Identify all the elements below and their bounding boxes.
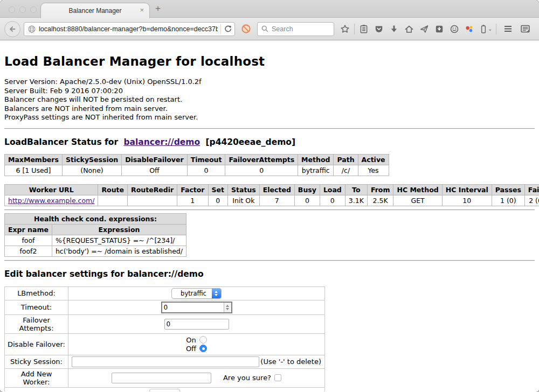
cell-route [98, 195, 128, 206]
failover-off-option[interactable]: Off [186, 345, 207, 353]
are-you-sure-label: Are you sure? [223, 374, 271, 382]
lbmethod-select[interactable]: bytraffic [171, 288, 222, 299]
sticky-session-input[interactable] [72, 356, 259, 367]
extension-button[interactable] [462, 22, 477, 37]
column-header: To [345, 184, 367, 195]
timeout-input[interactable] [162, 303, 224, 312]
table-caption-row: Health check cond. expressions: [5, 213, 186, 224]
disable-failover-row: Disable Failover: On Off [5, 333, 325, 355]
balancer-link[interactable]: balancer://demo [123, 137, 200, 147]
failover-on-radio[interactable] [199, 336, 207, 344]
bookmarks-grid-button[interactable] [517, 22, 533, 37]
cell-expr-name: foof2 [5, 246, 52, 256]
tab-bar: Balancer Manager × + [0, 0, 539, 18]
window-controls[interactable] [9, 6, 37, 13]
cell-active: Yes [358, 165, 389, 176]
back-button[interactable] [4, 21, 20, 37]
color-dots-icon [465, 24, 474, 34]
column-header: From [367, 184, 393, 195]
zoom-window-icon[interactable] [30, 6, 37, 13]
search-bar[interactable] [257, 22, 334, 36]
sticky-session-row: Sticky Session: (Use '-' to delete) [5, 355, 325, 368]
are-you-sure-checkbox[interactable] [274, 374, 281, 381]
inherit-note-line: Balancers are NOT inherited from main se… [4, 104, 535, 114]
column-header: Path [334, 154, 358, 165]
pocket-button[interactable] [371, 22, 386, 37]
save-panel-button[interactable] [432, 22, 447, 37]
down-arrow-icon [389, 24, 399, 34]
cell-stickysession: (None) [62, 165, 121, 176]
worker-table: Worker URL Route RouteRedir Factor Set S… [4, 184, 539, 206]
navigation-toolbar: ⌄ [0, 18, 539, 40]
status-heading-prefix: LoadBalancer Status for [4, 137, 118, 147]
search-input[interactable] [272, 25, 330, 33]
column-header: Elected [259, 184, 294, 195]
downloads-button[interactable] [386, 22, 402, 37]
close-window-icon[interactable] [9, 6, 15, 13]
cell-to: 3.1K [345, 195, 367, 206]
close-tab-icon[interactable]: × [140, 6, 144, 14]
minimize-window-icon[interactable] [19, 6, 26, 13]
column-header: RouteRedir [128, 184, 177, 195]
urlbar-divider [220, 24, 221, 34]
tab-title: Balancer Manager [68, 7, 121, 15]
radio-off-label: Off [186, 345, 196, 353]
failover-on-option[interactable]: On [186, 336, 206, 344]
number-stepper-icon[interactable] [224, 303, 231, 312]
column-header: Busy [294, 184, 320, 195]
add-worker-label: Add New Worker: [5, 368, 68, 387]
hamburger-icon [503, 24, 513, 34]
url-bar[interactable] [24, 22, 235, 36]
menu-button[interactable] [500, 22, 515, 37]
status-heading-suffix: [p4420eeae_demo] [206, 137, 296, 147]
cell-busy: 0 [294, 195, 320, 206]
column-header: Active [358, 154, 389, 165]
cell-set: 0 [208, 195, 227, 206]
server-built-line: Server Built: Feb 9 2016 07:00:20 [4, 87, 535, 96]
are-you-sure-option[interactable]: Are you sure? [223, 374, 281, 382]
sticky-session-label: Sticky Session: [5, 355, 68, 368]
add-worker-input[interactable] [112, 373, 211, 383]
column-header: MaxMembers [5, 154, 63, 165]
browser-tab[interactable]: Balancer Manager × [40, 3, 150, 18]
cell-from: 2.5K [367, 195, 393, 206]
toolbar-divider [496, 24, 496, 34]
column-header: Set [208, 184, 227, 195]
cell-method: bytraffic [298, 165, 334, 176]
timeout-row: Timeout: [5, 300, 325, 314]
reading-list-button[interactable] [356, 22, 371, 37]
submit-button[interactable]: Submit [149, 389, 181, 391]
disable-failover-label: Disable Failover: [5, 333, 68, 355]
edit-settings-heading: Edit balancer settings for balancer://de… [4, 269, 535, 279]
home-button[interactable] [402, 22, 417, 37]
worker-url-link[interactable]: http://www.example.com/ [8, 197, 94, 205]
column-header: Timeout [187, 154, 225, 165]
failover-attempts-input[interactable] [164, 319, 229, 330]
dropdown-caret-icon[interactable]: ⌄ [488, 26, 492, 32]
new-tab-button[interactable]: + [155, 3, 161, 14]
cell-path: /c/ [334, 165, 358, 176]
battery-icon [479, 24, 488, 34]
table-row: foof2 hc('body') =~ /domain is establish… [5, 246, 186, 256]
failover-off-radio[interactable] [199, 345, 207, 352]
grid-icon [520, 24, 530, 34]
cell-maxmembers: 6 [1 Used] [5, 165, 63, 176]
feedback-button[interactable] [447, 22, 462, 37]
clipboard-icon [359, 24, 369, 34]
persist-note-line: Balancer changes will NOT be persisted o… [4, 95, 535, 104]
blocked-content-icon[interactable] [241, 24, 251, 34]
column-header: Passes [492, 184, 524, 195]
cell-load: 0 [320, 195, 345, 206]
cell-expr-name: foof [5, 235, 52, 246]
edit-settings-form: LBmethod: bytraffic Timeout: [4, 286, 325, 391]
cell-elected: 7 [259, 195, 294, 206]
reload-icon[interactable] [224, 25, 232, 33]
column-header: FailoverAttempts [225, 154, 298, 165]
share-button[interactable] [417, 22, 432, 37]
column-header: Expression [52, 224, 186, 235]
bookmark-star-button[interactable] [337, 22, 353, 37]
cell-expression: hc('body') =~ /domain is established/ [52, 246, 186, 256]
column-header: Route [98, 184, 128, 195]
url-input[interactable] [39, 25, 218, 33]
select-stepper-icon [212, 289, 221, 298]
